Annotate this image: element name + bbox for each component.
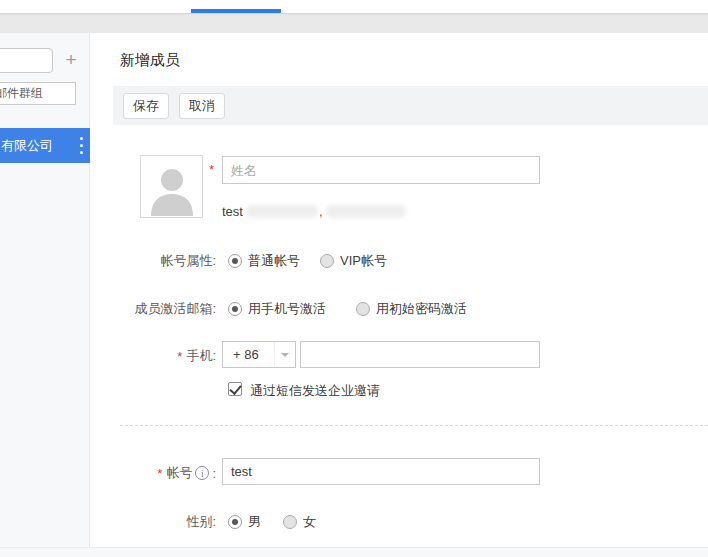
phone-label-text: 手机: [186,347,216,365]
add-department-icon[interactable]: + [60,46,82,74]
radio-activate-by-phone[interactable] [228,302,242,316]
org-sidebar: + 邮件群组 有限公司 [0,33,90,547]
phone-required-asterisk: * [177,349,182,364]
info-icon[interactable]: i [195,466,209,480]
radio-label: 用初始密码激活 [376,300,467,318]
account-label-text: 帐号 [166,464,192,482]
section-divider [120,425,708,426]
name-input[interactable] [222,156,540,184]
avatar-placeholder[interactable] [140,155,203,218]
activation-label: 成员激活邮箱: [90,300,216,318]
account-input[interactable] [222,458,540,485]
radio-gender-female[interactable] [283,515,297,529]
radio-option: 男 [228,513,261,531]
email-separator: , [319,204,323,219]
account-type-options: 普通帐号 VIP帐号 [228,252,387,270]
radio-option: 用初始密码激活 [356,300,467,318]
radio-label: 男 [248,513,261,531]
account-required-asterisk: * [157,466,162,481]
account-type-label: 帐号属性: [90,252,216,270]
gender-label: 性别: [90,513,216,531]
name-required-asterisk: * [209,162,214,177]
account-label-colon: : [212,466,216,481]
company-label: 有限公司 [1,128,53,163]
sidebar-item-company-selected[interactable]: 有限公司 [0,128,90,163]
radio-option: 普通帐号 [228,252,300,270]
save-button[interactable]: 保存 [123,93,169,119]
radio-vip-account[interactable] [320,254,334,268]
form-toolbar: 保存 取消 [113,86,708,125]
radio-label: 女 [303,513,316,531]
gender-options: 男 女 [228,513,316,531]
redacted-email-part [326,205,406,218]
chevron-down-icon [274,342,295,367]
phone-input[interactable] [300,341,540,368]
sms-invite-checkbox[interactable] [228,382,242,396]
radio-label: 用手机号激活 [248,300,326,318]
top-toolbar-band [0,13,708,33]
sidebar-item-mail-group[interactable]: 邮件群组 [0,82,76,105]
phone-label: * 手机: [90,347,216,365]
radio-option: 女 [283,513,316,531]
generated-email-line: test , [222,203,406,219]
page-title: 新增成员 [120,51,180,70]
radio-normal-account[interactable] [228,254,242,268]
radio-label: 普通帐号 [248,252,300,270]
bottom-band [0,547,708,557]
redacted-email-part [246,205,318,218]
add-member-page: + 邮件群组 有限公司 新增成员 保存 取消 * test , 帐号属性: 普通… [0,0,708,557]
radio-option: VIP帐号 [320,252,387,270]
radio-option: 用手机号激活 [228,300,326,318]
cancel-button[interactable]: 取消 [179,93,225,119]
radio-label: VIP帐号 [340,252,387,270]
country-code-value: + 86 [233,342,259,367]
email-prefix: test [222,204,243,219]
radio-gender-male[interactable] [228,515,242,529]
activation-options: 用手机号激活 用初始密码激活 [228,300,467,318]
sms-invite-label: 通过短信发送企业邀请 [250,382,380,400]
mail-group-label: 邮件群组 [0,83,75,104]
sidebar-search-input[interactable] [0,48,53,73]
person-silhouette-icon [149,164,195,216]
country-code-select[interactable]: + 86 [222,341,296,368]
more-options-icon[interactable] [79,137,83,154]
account-label: * 帐号 i : [90,464,216,482]
radio-activate-by-password[interactable] [356,302,370,316]
